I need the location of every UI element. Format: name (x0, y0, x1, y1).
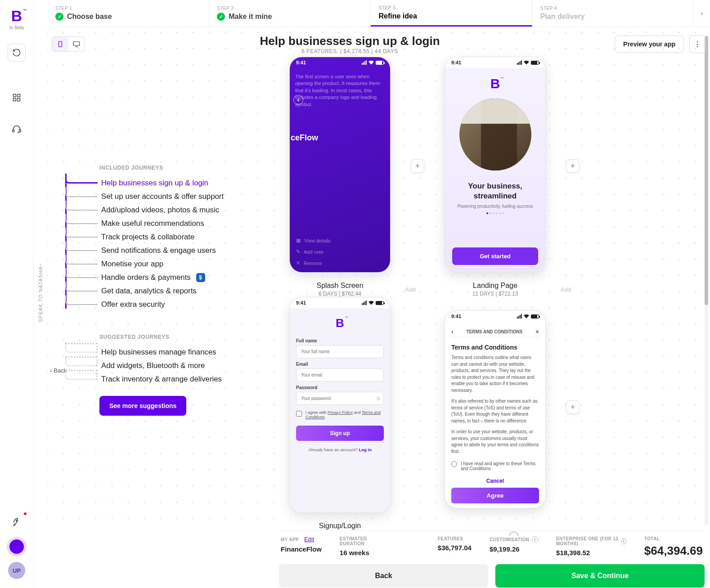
fullname-input[interactable] (296, 345, 384, 358)
phone-preview-terms[interactable]: 9:41 ‹ TERMS AND CONDITIONS ✕ Terms and … (445, 310, 546, 508)
screen-caption: Splash Screen 6 DAYS | $762.44 (316, 282, 363, 297)
check-icon: ✓ (55, 13, 63, 21)
step-4[interactable]: STEP 4 Plan delivery (532, 0, 694, 27)
action-view-details[interactable]: ▦ View details (296, 238, 384, 243)
close-icon[interactable]: ✕ (535, 329, 539, 334)
notification-dot (23, 512, 27, 516)
journey-item-9[interactable]: Offer extra security (65, 298, 248, 311)
headset-icon[interactable] (8, 120, 26, 138)
email-input[interactable] (296, 368, 384, 382)
duration-value: 16 weeks (340, 549, 379, 557)
password-input[interactable] (296, 392, 384, 405)
grid-icon[interactable] (8, 89, 26, 107)
phone-preview-splash[interactable]: 9:41 + The first screen a user sees when… (289, 57, 391, 273)
insert-screen-button[interactable]: + (566, 159, 580, 173)
speak-to-natasha-tab[interactable]: › SPEAK TO NATASHA (34, 0, 47, 588)
step-3[interactable]: STEP 3 Refine idea (371, 0, 532, 27)
scrollbar-thumb[interactable] (705, 36, 708, 305)
back-link[interactable]: ‹ Back (50, 367, 67, 374)
desktop-view-button[interactable] (68, 37, 85, 51)
svg-rect-0 (13, 94, 16, 97)
agree-button[interactable]: Agree (451, 488, 539, 503)
mobile-view-button[interactable] (52, 37, 68, 51)
more-menu-button[interactable]: ⋮ (689, 35, 706, 53)
screen-name: Landing Page (472, 282, 518, 290)
canvas-content: ‹ Back INCLUDED JOURNEYS Help businesses… (47, 27, 706, 530)
action-row: Back Save & Continue (279, 564, 705, 588)
eye-off-icon[interactable]: ⦸ (377, 395, 380, 401)
wifi-icon (368, 301, 374, 305)
terms-checkbox-row: I have read and agree to these Terms and… (451, 461, 539, 471)
edit-app-link[interactable]: Edit (304, 536, 314, 543)
journey-label: Get data, analytics & reports (101, 287, 197, 296)
stepper: STEP 1 ✓Choose base STEP 2 ✓Make it mine… (47, 0, 710, 27)
info-icon[interactable]: i (532, 536, 538, 543)
carousel-dots (486, 212, 504, 214)
summary-row: MY APPEdit FinanceFlow ESTIMATED DURATIO… (279, 536, 705, 558)
save-continue-button[interactable]: Save & Continue (495, 564, 705, 588)
myapp-label: MY APP (281, 537, 299, 542)
get-started-button[interactable]: Get started (452, 247, 538, 265)
svg-rect-1 (18, 94, 20, 97)
phone-preview-signup[interactable]: 9:41 B™ Full name Email Password ⦸ I (289, 297, 391, 513)
insert-screen-button[interactable]: + (566, 400, 580, 414)
preview-app-button[interactable]: Preview your app (615, 36, 684, 53)
summary-customisation[interactable]: CUSTOMISATION i $9,199.26 (490, 536, 538, 558)
step-title: Plan delivery (540, 13, 585, 21)
info-icon[interactable]: i (621, 538, 626, 544)
splash-hint: The first screen a user sees when openin… (295, 73, 385, 108)
splash-actions: ▦ View details ✎ Add note ✕ Remove (296, 238, 384, 266)
signup-button[interactable]: Sign up (296, 426, 384, 441)
screen-signup: 9:41 B™ Full name Email Password ⦸ I (262, 297, 418, 530)
privacy-link[interactable]: Privacy Policy (328, 410, 353, 415)
login-link[interactable]: Log in (359, 447, 372, 452)
step-1[interactable]: STEP 1 ✓Choose base (47, 0, 209, 27)
svg-rect-4 (13, 130, 14, 132)
step-title: Refine idea (379, 12, 417, 20)
screen-terms: 9:41 ‹ TERMS AND CONDITIONS ✕ Terms and … (418, 310, 573, 530)
assistant-orb[interactable] (9, 539, 24, 554)
action-remove[interactable]: ✕ Remove (296, 260, 384, 266)
phone-preview-landing[interactable]: 9:41 B™ Your business,streamlined Poweri… (445, 57, 546, 273)
agree-checkbox[interactable] (296, 411, 302, 417)
phone-status-bar: 9:41 (445, 57, 545, 68)
landing-body: B™ Your business,streamlined Powering pr… (445, 68, 545, 272)
action-add-note[interactable]: ✎ Add note (296, 249, 384, 255)
enterprise-value: $18,398.52 (556, 549, 626, 557)
signal-icon (362, 301, 367, 305)
agree-text: I agree with Privacy Policy and Terms an… (306, 410, 384, 419)
terms-paragraph: Terms and conditions outline what users … (451, 355, 539, 394)
terms-agree-radio[interactable] (451, 461, 457, 467)
customisation-value: $9,199.26 (490, 545, 538, 553)
see-more-suggestions-button[interactable]: See more suggestions (99, 396, 186, 416)
undo-icon[interactable] (8, 44, 26, 62)
add-link[interactable]: Add (561, 286, 571, 293)
journeys-panel: ‹ Back INCLUDED JOURNEYS Help businesses… (47, 57, 259, 530)
page-title: Help businesses sign up & login (85, 34, 615, 48)
back-button[interactable]: Back (279, 564, 488, 588)
suggested-item-2[interactable]: Track inventory & arrange deliveries (65, 373, 248, 386)
summary-enterprise: ENTERPRISE ONE (FOR 12 MONTHS) i $18,398… (556, 536, 626, 558)
insert-screen-button[interactable]: + (411, 159, 424, 173)
cancel-link[interactable]: Cancel (451, 474, 539, 488)
step-2[interactable]: STEP 2 ✓Make it mine (209, 0, 370, 27)
summary-features: FEATURES $36,797.04 (438, 536, 472, 558)
add-circle-icon[interactable]: + (293, 95, 303, 105)
rocket-icon[interactable] (8, 513, 26, 531)
terms-title: Terms and Conditions (451, 344, 539, 351)
total-label: TOTAL (644, 536, 703, 541)
user-avatar[interactable]: UP (8, 562, 25, 579)
stepper-next-arrow[interactable]: › (694, 0, 710, 27)
suggested-journeys-label: SUGGESTED JOURNEYS (99, 334, 248, 340)
included-journeys-label: INCLUDED JOURNEYS (99, 165, 248, 171)
vertical-scrollbar[interactable] (705, 36, 708, 525)
speak-label: SPEAK TO NATASHA (38, 266, 43, 322)
back-arrow-icon[interactable]: ‹ (451, 328, 454, 335)
page-heading: Help businesses sign up & login 6 FEATUR… (85, 34, 615, 54)
screen-caption: Landing Page 11 DAYS | $722.13 (472, 282, 518, 297)
svg-rect-2 (13, 99, 16, 101)
device-toggle (52, 36, 85, 52)
features-label: FEATURES (438, 536, 472, 541)
brand-logo[interactable]: B™ (11, 8, 22, 23)
add-link[interactable]: Add (405, 286, 416, 293)
